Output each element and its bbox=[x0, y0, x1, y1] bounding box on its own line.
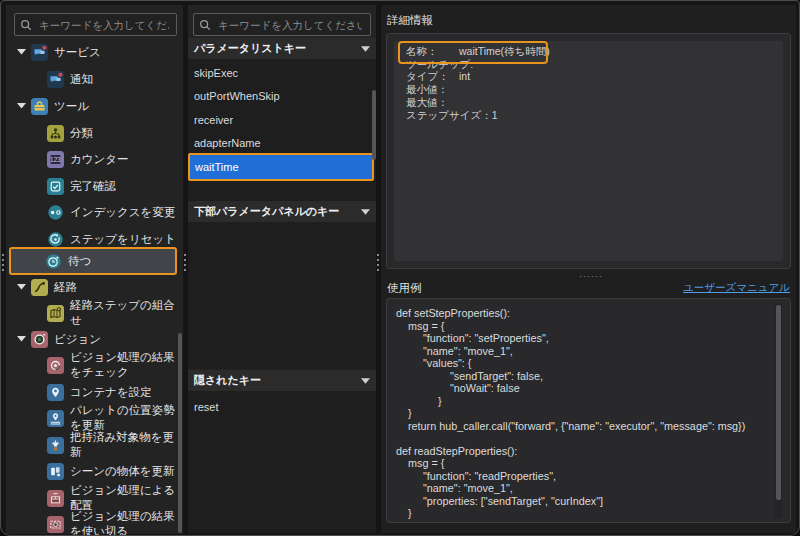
scene-objects-icon bbox=[47, 463, 64, 480]
change-index-icon bbox=[47, 204, 64, 221]
expand-icon[interactable] bbox=[17, 284, 26, 289]
hidden-key-item-reset[interactable]: reset bbox=[188, 395, 376, 418]
tree-item-label: 把持済み対象物を更新 bbox=[70, 430, 177, 460]
section-header-param-list-keys[interactable]: パラメータリストキー bbox=[188, 38, 376, 59]
step-tree-panel: サービス 通知 ツール 分類 123 カウンター 完了確認 インデックスを変更 bbox=[6, 5, 183, 534]
user-manual-link[interactable]: ユーザーズマニュアル bbox=[683, 281, 790, 295]
reset-step-icon bbox=[47, 231, 64, 248]
tree-item-label: 待つ bbox=[68, 254, 91, 269]
tree-item-classify[interactable]: 分類 bbox=[9, 120, 177, 146]
collapse-icon[interactable] bbox=[361, 209, 370, 215]
section-header-lower-panel-keys[interactable]: 下部パラメータパネルのキー bbox=[188, 201, 376, 222]
tree-item-change-index[interactable]: インデックスを変更 bbox=[9, 199, 177, 225]
tree-item-label: シーンの物体を更新 bbox=[70, 464, 175, 479]
tree-item-update-scene[interactable]: シーンの物体を更新 bbox=[9, 458, 177, 484]
code-scrollbar-track[interactable] bbox=[775, 303, 782, 518]
tree-item-label: パレットの位置姿勢を更新 bbox=[70, 403, 177, 433]
classify-icon bbox=[47, 125, 64, 142]
tree-item-completion-check[interactable]: 完了確認 bbox=[9, 173, 177, 199]
tree-item-vision-placement[interactable]: ビジョン処理による配置 bbox=[9, 485, 177, 511]
wait-clock-icon bbox=[45, 253, 62, 270]
tree-search-box[interactable] bbox=[14, 13, 177, 36]
tree-item-label: ビジョン処理の結果を使い切る bbox=[70, 509, 177, 536]
details-title: 詳細情報 bbox=[387, 13, 433, 28]
app-window: サービス 通知 ツール 分類 123 カウンター 完了確認 インデックスを変更 bbox=[0, 0, 800, 536]
tree-scrollbar[interactable] bbox=[178, 333, 182, 533]
tree-item-label: インデックスを変更 bbox=[70, 205, 175, 220]
window-edge-handle[interactable] bbox=[2, 254, 4, 274]
param-search-input[interactable] bbox=[216, 18, 365, 32]
tree-item-label: カウンター bbox=[70, 152, 129, 167]
tree-item-label: ビジョン処理の結果をチェック bbox=[70, 350, 177, 380]
tree-item-pallet-pose[interactable]: パレットの位置姿勢を更新 bbox=[9, 405, 177, 431]
tree-item-update-grasped[interactable]: 把持済み対象物を更新 bbox=[9, 432, 177, 458]
detail-row-type: タイプ：int bbox=[406, 70, 783, 83]
param-item-skipexec[interactable]: skipExec bbox=[188, 61, 376, 84]
detail-row-stepsize: ステップサイズ：1 bbox=[406, 109, 783, 122]
detail-row-tooltip: ツールチップ: bbox=[406, 58, 783, 71]
param-search-box[interactable] bbox=[193, 13, 371, 36]
usage-title: 使用例 bbox=[387, 281, 422, 296]
tree-item-path-combination[interactable]: 経路ステップの組合せ bbox=[9, 300, 177, 326]
completion-check-icon bbox=[47, 178, 64, 195]
left-mid-splitter-handle[interactable] bbox=[184, 254, 186, 274]
tree-item-label: 分類 bbox=[70, 126, 93, 141]
tree-item-label: 経路 bbox=[54, 280, 77, 295]
detail-row-name: 名称：waitTime(待ち時間) bbox=[406, 45, 783, 58]
vision-placement-icon bbox=[47, 490, 64, 507]
collapse-icon[interactable] bbox=[361, 46, 370, 52]
tree-search-input[interactable] bbox=[37, 18, 171, 32]
vision-camera-icon bbox=[31, 331, 48, 348]
param-list: skipExec outPortWhenSkip receiver adapte… bbox=[188, 59, 376, 201]
details-content: 名称：waitTime(待ち時間) ツールチップ: タイプ：int 最小値： 最… bbox=[394, 41, 783, 261]
mid-right-splitter-handle[interactable] bbox=[377, 254, 379, 274]
param-item-adaptername[interactable]: adapterName bbox=[188, 131, 376, 154]
tree-item-service[interactable]: サービス bbox=[9, 39, 177, 65]
collapse-icon[interactable] bbox=[361, 378, 370, 384]
param-item-outportwhenskip[interactable]: outPortWhenSkip bbox=[188, 84, 376, 107]
search-icon bbox=[199, 19, 211, 31]
code-scrollbar-thumb[interactable] bbox=[776, 305, 781, 500]
tree-item-counter[interactable]: 123 カウンター bbox=[9, 146, 177, 172]
service-chat-icon bbox=[31, 44, 48, 61]
tree-item-path[interactable]: 経路 bbox=[9, 274, 177, 300]
param-item-waittime-selected[interactable]: waitTime bbox=[188, 153, 374, 181]
pallet-pose-icon bbox=[47, 410, 64, 427]
usage-code-box: def setStepProperties(): msg = { "functi… bbox=[386, 298, 791, 523]
search-icon bbox=[20, 19, 32, 31]
expand-icon[interactable] bbox=[17, 336, 26, 341]
container-pin-icon bbox=[47, 384, 64, 401]
gripper-icon bbox=[47, 437, 64, 454]
param-item-receiver[interactable]: receiver bbox=[188, 108, 376, 131]
tree-item-label: ビジョン bbox=[54, 332, 101, 347]
tree-item-wait[interactable]: 待つ bbox=[9, 247, 177, 275]
detail-panel: 詳細情報 名称：waitTime(待ち時間) ツールチップ: タイプ：int 最… bbox=[381, 5, 796, 533]
path-combination-icon bbox=[47, 305, 64, 322]
vision-consume-icon bbox=[47, 516, 64, 533]
tree-item-tools[interactable]: ツール bbox=[9, 93, 177, 119]
tree-item-label: サービス bbox=[54, 45, 101, 60]
section-header-hidden-keys[interactable]: 隠されたキー bbox=[188, 370, 376, 391]
details-box: 名称：waitTime(待ち時間) ツールチップ: タイプ：int 最小値： 最… bbox=[386, 33, 791, 269]
expand-icon[interactable] bbox=[17, 103, 26, 108]
detail-row-min: 最小値： bbox=[406, 83, 783, 96]
toolbox-icon bbox=[31, 98, 48, 115]
tree-item-label: 経路ステップの組合せ bbox=[70, 298, 177, 328]
tree-item-notification[interactable]: 通知 bbox=[9, 66, 177, 92]
path-icon bbox=[31, 279, 48, 296]
param-list-scrollbar[interactable] bbox=[372, 90, 376, 160]
code-text: def setStepProperties(): msg = { "functi… bbox=[387, 299, 790, 520]
tree-item-label: ステップをリセット bbox=[70, 232, 176, 247]
svg-text:123: 123 bbox=[50, 156, 61, 163]
detail-row-max: 最大値： bbox=[406, 96, 783, 109]
notification-chat-icon bbox=[47, 71, 64, 88]
expand-icon[interactable] bbox=[17, 49, 26, 54]
horizontal-splitter-handle[interactable]: ······ bbox=[579, 271, 603, 281]
tree-item-label: コンテナを設定 bbox=[70, 385, 152, 400]
tree-item-label: 通知 bbox=[70, 72, 93, 87]
tree-item-vision-consume[interactable]: ビジョン処理の結果を使い切る bbox=[9, 511, 177, 536]
tree-item-vision[interactable]: ビジョン bbox=[9, 326, 177, 352]
tree-item-vision-check[interactable]: ビジョン処理の結果をチェック bbox=[9, 352, 177, 378]
tree-item-set-container[interactable]: コンテナを設定 bbox=[9, 379, 177, 405]
tree-item-label: 完了確認 bbox=[70, 179, 116, 194]
